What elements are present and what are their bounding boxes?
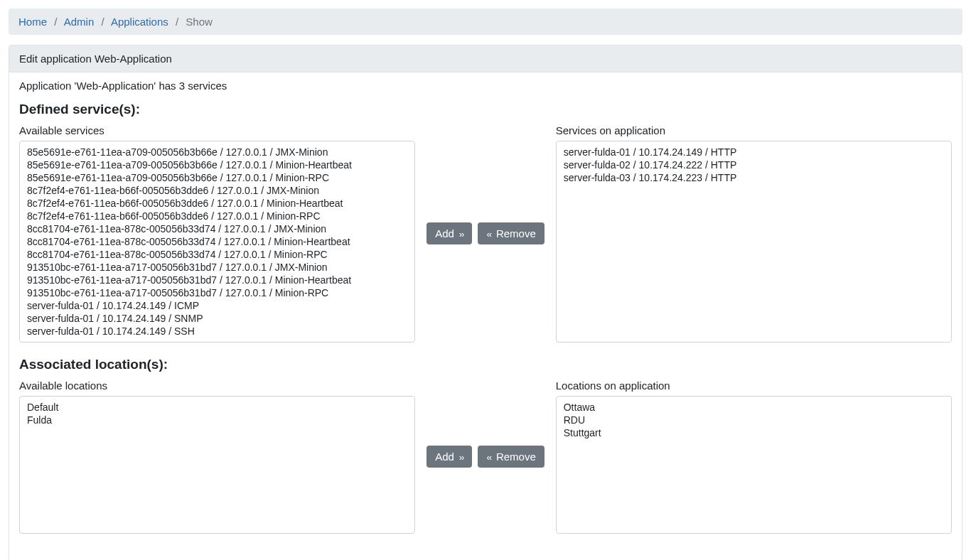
list-item[interactable]: 85e5691e-e761-11ea-a709-005056b3b66e / 1… — [24, 171, 410, 184]
list-item[interactable]: 8cc81704-e761-11ea-878c-005056b33d74 / 1… — [24, 222, 410, 235]
locations-section-title: Associated location(s): — [19, 357, 952, 372]
list-item[interactable]: 8cc81704-e761-11ea-878c-005056b33d74 / 1… — [24, 235, 410, 248]
application-info: Application 'Web-Application' has 3 serv… — [19, 80, 952, 92]
panel-body: Application 'Web-Application' has 3 serv… — [9, 72, 962, 560]
assigned-services-column: Services on application server-fulda-01 … — [556, 124, 952, 343]
breadcrumb-applications[interactable]: Applications — [111, 16, 168, 28]
list-item[interactable]: server-fulda-01 / 10.174.24.149 / SSH — [24, 325, 410, 338]
edit-application-panel: Edit application Web-Application Applica… — [9, 45, 962, 560]
list-item[interactable]: 85e5691e-e761-11ea-a709-005056b3b66e / 1… — [24, 146, 410, 158]
list-item[interactable]: 8c7f2ef4-e761-11ea-b66f-005056b3dde6 / 1… — [24, 210, 410, 222]
list-item[interactable]: 913510bc-e761-11ea-a717-005056b31bd7 / 1… — [24, 261, 410, 274]
available-locations-listbox[interactable]: DefaultFulda — [19, 396, 415, 534]
breadcrumb-current: Show — [186, 16, 213, 28]
available-locations-column: Available locations DefaultFulda — [19, 379, 415, 534]
list-item[interactable]: 8c7f2ef4-e761-11ea-b66f-005056b3dde6 / 1… — [24, 197, 410, 210]
list-item[interactable]: server-fulda-01 / 10.174.24.149 / HTTP — [561, 146, 947, 158]
list-item[interactable]: Ottawa — [561, 401, 947, 414]
breadcrumb: Home / Admin / Applications / Show — [9, 9, 962, 35]
breadcrumb-separator: / — [54, 16, 57, 28]
remove-service-button[interactable]: ‹‹ Remove — [478, 222, 544, 244]
remove-location-button[interactable]: ‹‹ Remove — [478, 446, 544, 468]
remove-button-label: Remove — [496, 227, 536, 239]
assigned-services-label: Services on application — [556, 124, 952, 136]
breadcrumb-home[interactable]: Home — [18, 16, 47, 28]
list-item[interactable]: Default — [24, 401, 410, 414]
add-button-label: Add — [435, 451, 454, 463]
locations-dual-list: Available locations DefaultFulda Add ›› … — [19, 379, 952, 534]
services-transfer-buttons: Add ›› ‹‹ Remove — [427, 124, 544, 343]
double-chevron-left-icon: ‹‹ — [486, 452, 493, 463]
list-item[interactable]: 85e5691e-e761-11ea-a709-005056b3b66e / 1… — [24, 158, 410, 171]
list-item[interactable]: 8c7f2ef4-e761-11ea-b66f-005056b3dde6 / 1… — [24, 184, 410, 197]
list-item[interactable]: server-fulda-02 / 10.174.24.222 / HTTP — [561, 158, 947, 171]
double-chevron-right-icon: ›› — [457, 229, 463, 239]
assigned-locations-column: Locations on application OttawaRDUStuttg… — [556, 379, 952, 534]
assigned-locations-label: Locations on application — [556, 379, 952, 392]
add-service-button[interactable]: Add ›› — [427, 222, 472, 244]
available-services-column: Available services 85e5691e-e761-11ea-a7… — [19, 124, 415, 343]
list-item[interactable]: RDU — [561, 414, 947, 426]
locations-transfer-buttons: Add ›› ‹‹ Remove — [427, 379, 544, 534]
available-services-listbox[interactable]: 85e5691e-e761-11ea-a709-005056b3b66e / 1… — [19, 141, 415, 343]
list-item[interactable]: 913510bc-e761-11ea-a717-005056b31bd7 / 1… — [24, 286, 410, 299]
assigned-services-listbox[interactable]: server-fulda-01 / 10.174.24.149 / HTTPse… — [556, 141, 952, 343]
available-services-label: Available services — [19, 124, 415, 136]
breadcrumb-separator: / — [101, 16, 104, 28]
double-chevron-right-icon: ›› — [457, 452, 463, 463]
list-item[interactable]: Fulda — [24, 414, 410, 426]
breadcrumb-admin[interactable]: Admin — [64, 16, 95, 28]
list-item[interactable]: server-fulda-01 / 10.174.24.149 / SNMP — [24, 312, 410, 325]
list-item[interactable]: server-fulda-01 / 10.174.24.149 / ICMP — [24, 299, 410, 312]
list-item[interactable]: Stuttgart — [561, 426, 947, 439]
list-item[interactable]: 913510bc-e761-11ea-a717-005056b31bd7 / 1… — [24, 274, 410, 286]
list-item[interactable]: server-fulda-03 / 10.174.24.223 / HTTP — [561, 171, 947, 184]
breadcrumb-separator: / — [176, 16, 178, 28]
remove-button-label: Remove — [496, 451, 536, 463]
services-dual-list: Available services 85e5691e-e761-11ea-a7… — [19, 124, 952, 343]
add-location-button[interactable]: Add ›› — [427, 446, 472, 468]
double-chevron-left-icon: ‹‹ — [486, 229, 493, 239]
assigned-locations-listbox[interactable]: OttawaRDUStuttgart — [556, 396, 952, 534]
services-section-title: Defined service(s): — [19, 102, 952, 117]
available-locations-label: Available locations — [19, 379, 415, 392]
list-item[interactable]: 8cc81704-e761-11ea-878c-005056b33d74 / 1… — [24, 248, 410, 261]
add-button-label: Add — [435, 227, 454, 239]
panel-header: Edit application Web-Application — [9, 45, 962, 72]
